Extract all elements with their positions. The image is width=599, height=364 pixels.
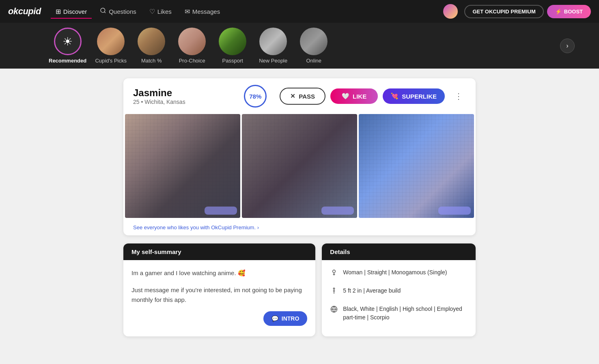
nav-likes-label: Likes [157, 8, 172, 15]
photo-badge-2 [321, 207, 354, 215]
category-online-label: Online [306, 58, 321, 64]
profile-header: Jasmine 25 • Wichita, Kansas 78% ✕ PASS … [123, 78, 476, 114]
category-pro-choice-label: Pro-Choice [179, 58, 205, 64]
user-avatar[interactable] [443, 4, 458, 19]
self-summary-body: Im a gamer and I love watching anime. 🥰 … [123, 260, 315, 313]
nav-messages-label: Messages [192, 8, 220, 15]
pro-choice-img [178, 28, 206, 55]
photo-blur-overlay-1 [125, 114, 240, 218]
new-people-img [259, 28, 287, 55]
match-percentage-circle: 78% [244, 85, 267, 108]
intro-button[interactable]: 💬 INTRO [263, 311, 308, 326]
details-body: Woman | Straight | Monogamous (Single) 5… [322, 260, 476, 336]
photo-blur-overlay-3 [359, 114, 474, 218]
detail-row-gender: Woman | Straight | Monogamous (Single) [330, 268, 468, 280]
heart-icon: 🤍 [342, 93, 349, 100]
profile-photo-2[interactable] [242, 114, 357, 218]
brand-logo[interactable]: okcupid [8, 6, 41, 17]
details-card: Details Woman | Straight | Monogamous (S… [322, 243, 476, 336]
boost-button[interactable]: ⚡ BOOST [547, 5, 591, 18]
recommended-sun-icon: ☀ [62, 35, 73, 48]
more-options-button[interactable]: ⋮ [451, 90, 466, 103]
nav-questions[interactable]: Questions [95, 4, 141, 19]
photos-grid [123, 114, 476, 220]
category-match-label: Match % [141, 58, 162, 64]
svg-point-0 [101, 8, 105, 13]
lower-sections: My self-summary Im a gamer and I love wa… [123, 243, 476, 336]
like-button[interactable]: 🤍 LIKE [330, 88, 378, 104]
discover-icon: ⊞ [56, 8, 61, 15]
category-recommended[interactable]: ☀ Recommended [49, 28, 86, 64]
match-img [138, 28, 165, 55]
globe-icon [330, 305, 338, 317]
category-passport[interactable]: Passport [216, 28, 249, 64]
superlike-button[interactable]: 💘 SUPERLIKE [383, 88, 445, 104]
category-new-people[interactable]: New People [257, 28, 289, 64]
top-navigation: okcupid ⊞ Discover Questions ♡ Likes ✉ M… [0, 0, 599, 23]
boost-icon: ⚡ [555, 9, 562, 15]
main-content: ↺ Jasmine 25 • Wichita, Kansas 78% ✕ PAS… [117, 78, 482, 336]
profile-location: 25 • Wichita, Kansas [133, 99, 237, 105]
category-match[interactable]: Match % [135, 28, 168, 64]
svg-point-2 [334, 288, 335, 289]
height-icon [330, 287, 338, 298]
photo-blur-overlay-2 [242, 114, 357, 218]
passport-img [219, 28, 246, 55]
category-new-people-label: New People [259, 58, 287, 64]
photo-badge-1 [205, 207, 237, 215]
self-summary-card: My self-summary Im a gamer and I love wa… [123, 243, 315, 336]
category-online[interactable]: Online [297, 28, 330, 64]
detail-gender-text: Woman | Straight | Monogamous (Single) [343, 268, 447, 277]
detail-height-text: 5 ft 2 in | Average build [343, 286, 401, 295]
photo-badge-3 [438, 207, 471, 215]
category-next-button[interactable]: › [560, 39, 575, 53]
nav-likes[interactable]: ♡ Likes [144, 4, 177, 19]
gender-icon [330, 269, 338, 280]
category-pro-choice[interactable]: Pro-Choice [176, 28, 208, 64]
nav-discover-label: Discover [63, 8, 87, 15]
category-cupids-picks-label: Cupid's Picks [95, 58, 127, 64]
questions-icon [100, 7, 106, 15]
category-bar: ☀ Recommended Cupid's Picks Match % Pro-… [0, 23, 599, 69]
likes-icon: ♡ [149, 8, 155, 15]
profile-name-block: Jasmine 25 • Wichita, Kansas [133, 87, 237, 105]
nav-messages[interactable]: ✉ Messages [180, 4, 225, 19]
detail-ethnicity-text: Black, White | English | High school | E… [343, 305, 468, 322]
svg-point-1 [333, 270, 336, 273]
cupids-picks-img [97, 28, 125, 55]
self-summary-header: My self-summary [123, 243, 315, 260]
recommended-icon-container: ☀ [54, 28, 82, 55]
details-header: Details [322, 243, 476, 260]
nav-discover[interactable]: ⊞ Discover [51, 4, 92, 19]
summary-line-2: Just message me if you're interested, im… [131, 285, 307, 305]
detail-row-height: 5 ft 2 in | Average build [330, 286, 468, 298]
profile-card: ↺ Jasmine 25 • Wichita, Kansas 78% ✕ PAS… [123, 78, 476, 235]
category-recommended-label: Recommended [49, 58, 86, 64]
profile-name: Jasmine [133, 87, 237, 99]
messages-icon: ✉ [185, 8, 190, 15]
profile-photo-1[interactable] [125, 114, 240, 218]
nav-questions-label: Questions [109, 8, 136, 15]
superlike-icon: 💘 [391, 93, 399, 100]
chat-icon: 💬 [271, 315, 278, 322]
action-buttons: ✕ PASS 🤍 LIKE 💘 SUPERLIKE [280, 88, 445, 105]
online-img [300, 28, 328, 55]
pass-button[interactable]: ✕ PASS [280, 88, 325, 105]
pass-x-icon: ✕ [290, 93, 295, 100]
summary-line-1: Im a gamer and I love watching anime. 🥰 [131, 268, 307, 278]
premium-button[interactable]: GET OKCUPID PREMIUM [464, 5, 543, 18]
premium-likes-link[interactable]: See everyone who likes you with OkCupid … [123, 220, 476, 235]
category-cupids-picks[interactable]: Cupid's Picks [95, 28, 127, 64]
profile-photo-3[interactable] [359, 114, 474, 218]
category-passport-label: Passport [222, 58, 243, 64]
detail-row-ethnicity: Black, White | English | High school | E… [330, 305, 468, 322]
